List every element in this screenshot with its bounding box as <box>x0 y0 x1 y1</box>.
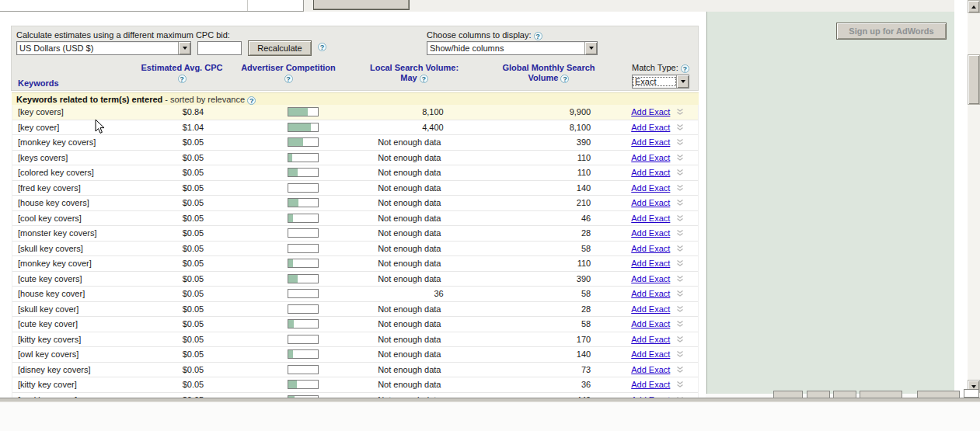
cpc-bid-input[interactable] <box>197 41 242 55</box>
chevron-double-down-icon[interactable] <box>676 335 684 343</box>
competition-cell <box>242 123 354 132</box>
add-exact-link[interactable]: Add Exact <box>631 137 670 147</box>
add-exact-link[interactable]: Add Exact <box>631 349 670 359</box>
competition-cell <box>242 214 354 223</box>
add-cell: Add Exact <box>594 289 698 298</box>
chevron-double-down-icon[interactable] <box>676 214 684 222</box>
vertical-scrollbar[interactable] <box>968 0 980 398</box>
show-hide-columns-select[interactable]: Show/hide columns <box>427 41 598 55</box>
global-volume-cell: 110 <box>444 168 595 177</box>
add-cell: Add Exact <box>594 183 698 193</box>
add-cell: Add Exact <box>594 304 698 314</box>
keyword-cell: [monster key covers] <box>12 228 145 238</box>
add-exact-link[interactable]: Add Exact <box>631 259 670 268</box>
global-volume-cell: 390 <box>444 137 595 147</box>
add-exact-link[interactable]: Add Exact <box>631 107 670 116</box>
add-exact-link[interactable]: Add Exact <box>631 214 670 223</box>
match-type-select[interactable]: Exact <box>632 75 689 89</box>
clipped-button <box>833 391 856 398</box>
competition-cell <box>242 137 354 147</box>
dropdown-arrow-icon[interactable] <box>584 42 597 54</box>
chevron-double-down-icon[interactable] <box>676 290 684 297</box>
competition-bar-fill <box>288 381 297 388</box>
recalculate-button[interactable]: Recalculate <box>248 40 312 56</box>
keyword-tool-content: Calculate estimates using a different ma… <box>0 12 706 398</box>
chevron-double-down-icon[interactable] <box>676 108 684 116</box>
local-volume-cell: Not enough data <box>354 168 444 177</box>
dropdown-arrow-icon[interactable] <box>178 42 190 54</box>
right-gutter <box>954 0 968 398</box>
add-cell: Add Exact <box>594 198 698 207</box>
chevron-double-down-icon[interactable] <box>676 366 684 374</box>
table-row: [disney key covers] $0.05 Not enough dat… <box>12 363 698 378</box>
help-icon[interactable]: ? <box>681 64 689 73</box>
help-icon[interactable]: ? <box>284 75 293 83</box>
chevron-double-down-icon[interactable] <box>676 350 684 358</box>
chevron-double-down-icon[interactable] <box>676 259 684 267</box>
competition-bar <box>288 335 319 344</box>
help-icon[interactable]: ? <box>318 43 326 51</box>
help-icon[interactable]: ? <box>420 75 428 83</box>
chevron-double-down-icon[interactable] <box>676 320 684 328</box>
chevron-double-down-icon[interactable] <box>676 275 684 283</box>
cpc-cell: $0.05 <box>145 137 242 147</box>
chevron-double-down-icon[interactable] <box>676 138 684 146</box>
chevron-double-down-icon[interactable] <box>676 305 684 313</box>
chevron-double-down-icon[interactable] <box>676 381 684 388</box>
chevron-double-down-icon[interactable] <box>676 169 684 176</box>
chevron-double-down-icon[interactable] <box>676 229 684 237</box>
competition-bar-fill <box>288 350 293 358</box>
add-exact-link[interactable]: Add Exact <box>631 123 670 132</box>
help-icon[interactable]: ? <box>178 75 187 83</box>
chevron-double-down-icon[interactable] <box>676 123 684 131</box>
column-header-cpc: Estimated Avg. CPC ? <box>133 63 231 83</box>
global-volume-cell: 58 <box>444 319 595 328</box>
global-volume-cell: 73 <box>444 365 595 374</box>
add-exact-link[interactable]: Add Exact <box>631 365 670 374</box>
keyword-textarea-remnant[interactable] <box>0 0 304 12</box>
competition-bar <box>288 289 319 298</box>
add-exact-link[interactable]: Add Exact <box>631 380 670 389</box>
add-exact-link[interactable]: Add Exact <box>631 228 670 238</box>
global-volume-cell: 140 <box>444 183 595 193</box>
column-header-competition: Advertiser Competition ? <box>231 63 346 83</box>
cpc-cell: $0.05 <box>145 259 242 268</box>
chevron-double-down-icon[interactable] <box>676 184 684 192</box>
add-exact-link[interactable]: Add Exact <box>631 168 670 177</box>
competition-cell <box>242 198 354 207</box>
add-exact-link[interactable]: Add Exact <box>631 304 670 314</box>
scroll-up-button[interactable] <box>968 0 980 13</box>
help-icon[interactable]: ? <box>534 32 542 40</box>
signup-adwords-button[interactable]: Sign up for AdWords <box>836 23 947 40</box>
currency-select[interactable]: US Dollars (USD $) <box>16 41 191 55</box>
add-exact-link[interactable]: Add Exact <box>631 244 670 253</box>
add-exact-link[interactable]: Add Exact <box>631 198 670 207</box>
add-cell: Add Exact <box>594 244 698 253</box>
chevron-double-down-icon[interactable] <box>676 199 684 207</box>
global-volume-cell: 390 <box>444 274 595 283</box>
add-cell: Add Exact <box>594 228 698 238</box>
add-exact-link[interactable]: Add Exact <box>631 319 670 328</box>
global-volume-cell: 170 <box>444 335 595 344</box>
local-volume-cell: Not enough data <box>354 259 444 268</box>
chevron-double-down-icon[interactable] <box>676 154 684 162</box>
help-icon[interactable]: ? <box>560 75 569 83</box>
add-exact-link[interactable]: Add Exact <box>631 153 670 162</box>
dropdown-arrow-icon[interactable] <box>676 75 689 88</box>
add-cell: Add Exact <box>594 319 698 328</box>
clipped-button <box>917 391 960 398</box>
cpc-cell: $0.05 <box>145 380 242 389</box>
scrollbar-thumb[interactable] <box>968 54 980 105</box>
controls-panel: Calculate estimates using a different ma… <box>11 26 699 91</box>
chevron-double-down-icon[interactable] <box>676 245 684 252</box>
section-header: Keywords related to term(s) entered - so… <box>12 92 699 105</box>
competition-cell <box>242 274 354 283</box>
add-exact-link[interactable]: Add Exact <box>631 289 670 298</box>
add-exact-link[interactable]: Add Exact <box>631 335 670 344</box>
clipped-button[interactable] <box>313 0 410 10</box>
help-icon[interactable]: ? <box>247 96 256 105</box>
cpc-cell: $0.05 <box>145 319 242 328</box>
add-exact-link[interactable]: Add Exact <box>631 183 670 193</box>
competition-bar <box>288 153 319 162</box>
add-exact-link[interactable]: Add Exact <box>631 274 670 283</box>
